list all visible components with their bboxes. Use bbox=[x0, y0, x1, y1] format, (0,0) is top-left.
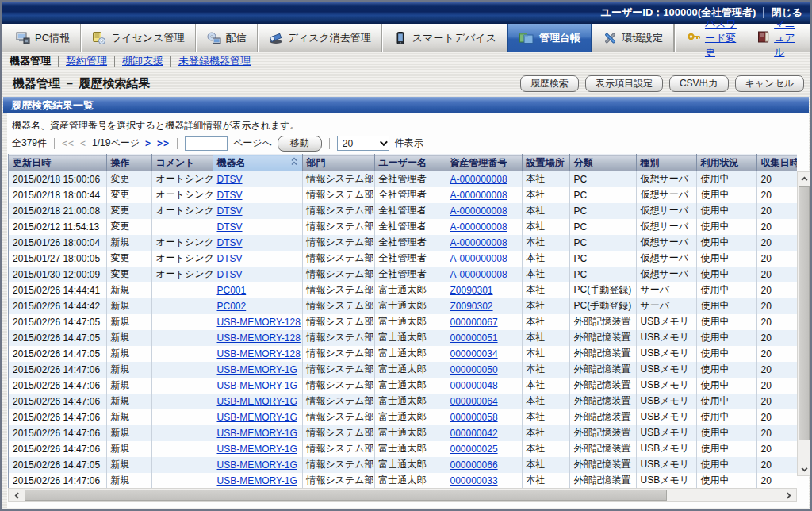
asset-number-link[interactable]: Z0090301 bbox=[450, 285, 493, 296]
asset-number-link[interactable]: 000000034 bbox=[450, 348, 498, 359]
cell-category: 外部記憶装置 bbox=[569, 409, 636, 425]
asset-number-link[interactable]: 000000033 bbox=[450, 475, 498, 486]
device-name-link[interactable]: USB-MEMORY-1G bbox=[217, 380, 297, 391]
device-name-link[interactable]: DTSV bbox=[217, 253, 243, 264]
device-name-link[interactable]: USB-MEMORY-1G bbox=[217, 412, 297, 423]
asset-number-link[interactable]: Z0090302 bbox=[450, 301, 493, 312]
column-header-usage-status[interactable]: 利用状況 bbox=[696, 155, 756, 171]
asset-number-link[interactable]: 000000048 bbox=[450, 380, 498, 391]
cancel-button[interactable]: キャンセル bbox=[735, 75, 804, 92]
pager-prev-button[interactable]: < bbox=[80, 138, 86, 149]
column-header-updated[interactable]: 更新日時 bbox=[9, 155, 106, 171]
device-name-link[interactable]: USB-MEMORY-1G bbox=[217, 444, 297, 455]
device-name-link[interactable]: DTSV bbox=[217, 190, 243, 201]
device-name-link[interactable]: DTSV bbox=[217, 221, 243, 232]
scroll-right-button[interactable] bbox=[782, 489, 795, 501]
cell-operation: 新規 bbox=[106, 441, 151, 457]
scroll-up-button[interactable] bbox=[798, 172, 810, 185]
scroll-left-button[interactable] bbox=[10, 489, 23, 501]
pager-first-button[interactable]: << bbox=[62, 138, 75, 149]
vertical-scrollbar[interactable] bbox=[797, 171, 811, 476]
column-header-asset-number[interactable]: 資産管理番号 bbox=[446, 155, 522, 171]
subnav-link-inventory-support[interactable]: 棚卸支援 bbox=[122, 54, 163, 68]
asset-number-link[interactable]: 000000058 bbox=[450, 412, 498, 423]
cell-type: 仮想サーバ bbox=[636, 235, 696, 251]
tab-management-ledger[interactable]: 管理台帳 bbox=[508, 24, 592, 52]
asset-number-link[interactable]: A-000000008 bbox=[450, 269, 508, 280]
column-header-department[interactable]: 部門 bbox=[302, 155, 374, 171]
pager-next-button[interactable]: > bbox=[145, 138, 151, 149]
asset-number-link[interactable]: 000000066 bbox=[450, 459, 498, 471]
table-row: 2015/02/26 14:47:06新規USB-MEMORY-1G情報システム… bbox=[9, 378, 797, 394]
goto-page-input[interactable] bbox=[185, 136, 228, 151]
cell-category: 外部記憶装置 bbox=[569, 425, 636, 441]
vertical-scrollbar-thumb[interactable] bbox=[799, 186, 810, 440]
asset-number-link[interactable]: 000000025 bbox=[450, 444, 498, 455]
table-row: 2015/02/26 14:47:06新規USB-MEMORY-1G情報システム… bbox=[9, 441, 797, 457]
subnav-link-contract-management[interactable]: 契約管理 bbox=[66, 54, 107, 68]
device-name-link[interactable]: USB-MEMORY-1G bbox=[217, 364, 297, 375]
cell-asset-number: 000000034 bbox=[446, 346, 522, 362]
subnav-link-unregistered-devices[interactable]: 未登録機器管理 bbox=[178, 54, 251, 68]
asset-number-link[interactable]: 000000051 bbox=[450, 332, 498, 344]
horizontal-scrollbar[interactable] bbox=[8, 488, 797, 502]
pager-last-button[interactable]: >> bbox=[157, 138, 170, 149]
column-header-category[interactable]: 分類 bbox=[569, 155, 636, 171]
column-header-location[interactable]: 設置場所 bbox=[522, 155, 569, 171]
column-header-operation[interactable]: 操作 bbox=[106, 155, 151, 171]
asset-number-link[interactable]: A-000000008 bbox=[450, 174, 508, 185]
device-name-link[interactable]: PC002 bbox=[217, 301, 247, 312]
scroll-down-button[interactable] bbox=[798, 463, 810, 475]
cell-user-name: 富士通太郎 bbox=[374, 409, 446, 425]
separator bbox=[329, 138, 330, 149]
device-name-link[interactable]: DTSV bbox=[217, 206, 243, 217]
cell-operation: 新規 bbox=[106, 394, 151, 409]
cell-category: 外部記憶装置 bbox=[569, 330, 636, 346]
cell-location: 本社 bbox=[522, 409, 569, 425]
asset-number-link[interactable]: A-000000008 bbox=[450, 206, 508, 217]
tab-distribution[interactable]: 配信 bbox=[196, 24, 258, 52]
tab-disk-erase[interactable]: ディスク消去管理 bbox=[258, 24, 382, 52]
device-name-link[interactable]: DTSV bbox=[217, 269, 243, 280]
cell-operation: 新規 bbox=[106, 362, 151, 378]
tab-environment-settings[interactable]: 環境設定 bbox=[592, 24, 674, 52]
tab-smart-device[interactable]: スマートデバイス bbox=[382, 24, 508, 52]
cell-device-name: USB-MEMORY-128 bbox=[213, 330, 302, 346]
csv-export-button[interactable]: CSV出力 bbox=[669, 75, 729, 92]
column-header-user-name[interactable]: ユーザー名 bbox=[374, 155, 446, 171]
device-name-link[interactable]: DTSV bbox=[217, 237, 243, 248]
asset-number-link[interactable]: 000000067 bbox=[450, 317, 498, 328]
asset-number-link[interactable]: 000000050 bbox=[450, 364, 498, 375]
horizontal-scrollbar-thumb[interactable] bbox=[25, 490, 667, 501]
asset-number-link[interactable]: A-000000008 bbox=[450, 190, 508, 201]
asset-number-link[interactable]: 000000042 bbox=[450, 428, 498, 439]
cell-type: USBメモリ bbox=[636, 441, 696, 457]
asset-number-link[interactable]: 000000064 bbox=[450, 396, 498, 407]
cell-device-name: USB-MEMORY-1G bbox=[213, 441, 302, 457]
tab-pc-info[interactable]: PC情報 bbox=[2, 24, 81, 52]
device-name-link[interactable]: USB-MEMORY-128 bbox=[217, 348, 301, 359]
device-name-link[interactable]: PC001 bbox=[217, 285, 247, 296]
page-size-select[interactable]: 20 bbox=[337, 136, 389, 151]
device-name-link[interactable]: USB-MEMORY-128 bbox=[217, 332, 301, 344]
asset-number-link[interactable]: A-000000008 bbox=[450, 253, 508, 264]
tab-license[interactable]: ライセンス管理 bbox=[81, 24, 196, 52]
column-header-collected[interactable]: 収集日時 bbox=[756, 155, 797, 171]
display-item-settings-button[interactable]: 表示項目設定 bbox=[585, 75, 663, 92]
device-name-link[interactable]: USB-MEMORY-1G bbox=[217, 428, 297, 439]
go-button[interactable]: 移動 bbox=[278, 136, 322, 152]
asset-number-link[interactable]: A-000000008 bbox=[450, 221, 508, 232]
column-header-type[interactable]: 種別 bbox=[636, 155, 696, 171]
device-name-link[interactable]: USB-MEMORY-128 bbox=[217, 317, 301, 328]
cell-department: 情報システム部 bbox=[302, 362, 374, 378]
device-name-link[interactable]: USB-MEMORY-1G bbox=[217, 396, 297, 407]
cell-updated: 2015/02/18 15:00:06 bbox=[9, 171, 106, 187]
device-name-link[interactable]: USB-MEMORY-1G bbox=[217, 475, 297, 486]
asset-number-link[interactable]: A-000000008 bbox=[450, 237, 508, 248]
table-body: 2015/02/18 15:00:06変更オートシンクDTSV情報システム部全社… bbox=[9, 171, 797, 489]
device-name-link[interactable]: DTSV bbox=[217, 174, 243, 185]
history-search-button[interactable]: 履歴検索 bbox=[520, 75, 579, 92]
column-header-device-name[interactable]: 機器名 bbox=[213, 155, 302, 171]
device-name-link[interactable]: USB-MEMORY-1G bbox=[217, 459, 297, 471]
column-header-comment[interactable]: コメント bbox=[151, 155, 213, 171]
